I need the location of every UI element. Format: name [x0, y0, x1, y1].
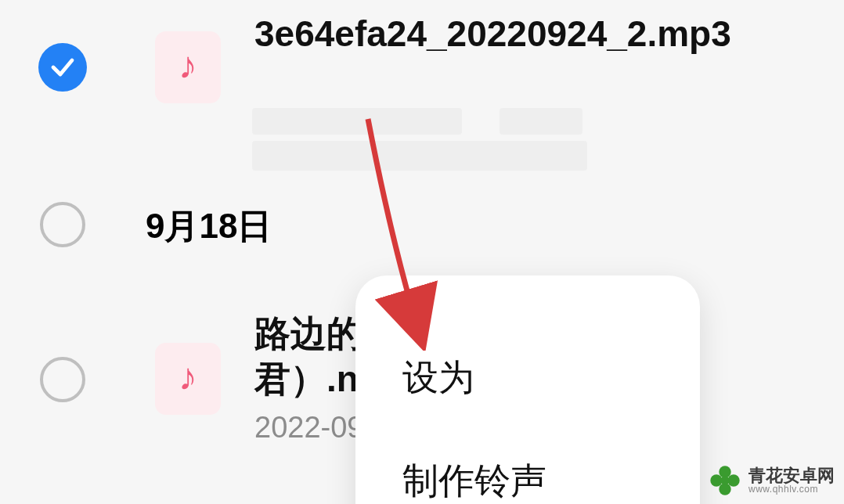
svg-point-4 [721, 477, 730, 485]
checkbox-unselected[interactable] [40, 202, 85, 247]
watermark-logo-icon [708, 463, 742, 498]
watermark: 青花安卓网 www.qhhlv.com [708, 463, 835, 498]
svg-point-1 [710, 474, 722, 486]
redacted-metadata [252, 141, 587, 171]
date-section-header: 9月18日 [146, 203, 272, 250]
checkbox-selected[interactable] [38, 43, 87, 92]
redacted-block [500, 108, 583, 135]
file-name: 3e64efa24_20220924_2.mp3 [254, 12, 787, 57]
redacted-metadata [252, 108, 583, 135]
redacted-block [252, 141, 587, 171]
music-file-icon: ♪ [155, 343, 221, 415]
svg-point-2 [727, 474, 739, 486]
music-note-icon: ♪ [179, 47, 197, 85]
watermark-url: www.qhhlv.com [748, 484, 835, 495]
checkbox-unselected[interactable] [40, 357, 85, 402]
watermark-text: 青花安卓网 www.qhhlv.com [748, 466, 835, 495]
music-note-icon: ♪ [179, 358, 197, 396]
redacted-block [252, 108, 462, 135]
music-file-icon: ♪ [155, 31, 221, 103]
file-date: 2022-09 [254, 411, 363, 445]
menu-item-make-ringtone[interactable]: 制作铃声 [355, 457, 700, 504]
menu-item-set-as[interactable]: 设为 [355, 354, 700, 457]
svg-point-3 [719, 483, 730, 495]
watermark-title: 青花安卓网 [748, 466, 835, 484]
svg-point-0 [719, 466, 730, 477]
context-menu: 设为 制作铃声 [355, 275, 700, 504]
checkmark-icon [49, 53, 77, 81]
